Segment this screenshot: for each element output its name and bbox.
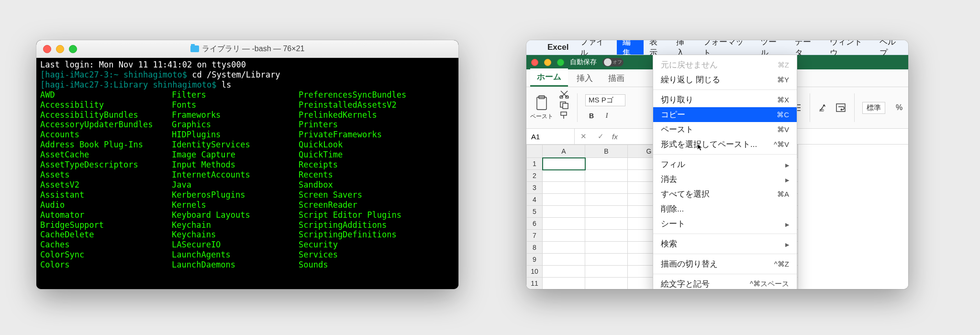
prompt-1: [hagi-iMac27-3:~ shinhagimoto$ (40, 70, 192, 79)
menu-ヘルプ[interactable]: ヘルプ (874, 40, 908, 55)
menu-item-コピー[interactable]: コピー⌘C (653, 107, 797, 122)
row-header[interactable]: 7 (527, 230, 543, 242)
menu-挿入[interactable]: 挿入 (670, 40, 697, 55)
autosave-toggle[interactable]: オフ (602, 58, 624, 67)
menu-item-消去[interactable]: 消去 (653, 172, 797, 187)
menu-データ[interactable]: データ (789, 40, 824, 55)
paste-label: ペースト (530, 112, 553, 121)
number-format-select[interactable]: 標準 (862, 102, 885, 114)
row-header[interactable]: 3 (527, 182, 543, 194)
cell[interactable] (585, 182, 628, 194)
row-header[interactable]: 4 (527, 194, 543, 206)
col-header[interactable]: B (585, 145, 628, 158)
cell[interactable] (585, 194, 628, 206)
row-header[interactable]: 8 (527, 242, 543, 254)
minimize-button[interactable] (544, 59, 551, 66)
ribbon-tab-ホーム[interactable]: ホーム (530, 68, 568, 87)
menu-ファイル[interactable]: ファイル (574, 40, 616, 55)
close-button[interactable] (43, 45, 51, 53)
svg-rect-0 (537, 97, 546, 110)
cell[interactable] (585, 278, 628, 290)
menu-item-削除...[interactable]: 削除... (653, 201, 797, 216)
cell[interactable] (585, 170, 628, 182)
cell[interactable] (585, 230, 628, 242)
cell[interactable] (543, 182, 585, 194)
menu-item-すべてを選択[interactable]: すべてを選択⌘A (653, 187, 797, 201)
row-header[interactable]: 10 (527, 266, 543, 278)
app-menu[interactable]: Excel (542, 40, 574, 55)
menu-ツール[interactable]: ツール (755, 40, 789, 55)
menu-編集[interactable]: 編集 (617, 40, 644, 55)
terminal-title: ライブラリ — -bash — 76×21 (202, 44, 305, 54)
menu-表示[interactable]: 表示 (644, 40, 670, 55)
prompt-2: [hagi-iMac27-3:Library shinhagimoto$ (40, 80, 222, 89)
menu-item-検索[interactable]: 検索 (653, 236, 797, 251)
row-header[interactable]: 2 (527, 170, 543, 182)
cell[interactable] (585, 158, 628, 170)
cell[interactable] (585, 242, 628, 254)
menu-item-絵文字と記号[interactable]: 絵文字と記号^⌘スペース (653, 277, 797, 289)
row-header[interactable]: 11 (527, 278, 543, 290)
cell[interactable] (585, 266, 628, 278)
row-header[interactable]: 9 (527, 254, 543, 266)
orientation-icon[interactable]: ab (818, 102, 829, 113)
cell[interactable] (543, 194, 585, 206)
folder-icon (190, 45, 199, 52)
menu-item-シート[interactable]: シート (653, 216, 797, 231)
bold-button[interactable]: B (585, 110, 598, 122)
svg-rect-6 (561, 112, 567, 115)
format-painter-icon[interactable] (559, 111, 569, 120)
terminal-titlebar: ライブラリ — -bash — 76×21 (36, 40, 458, 58)
menu-item-ペースト[interactable]: ペースト⌘V (653, 122, 797, 137)
cell[interactable] (543, 230, 585, 242)
paste-icon[interactable] (534, 95, 549, 112)
cell[interactable] (543, 218, 585, 230)
menu-item-繰り返し 閉じる[interactable]: 繰り返し 閉じる⌘Y (653, 72, 797, 87)
command-2: ls (222, 80, 231, 89)
name-box[interactable]: A1 (526, 129, 575, 144)
cell[interactable] (543, 158, 585, 170)
menu-item-切り取り[interactable]: 切り取り⌘X (653, 92, 797, 107)
last-login-line: Last login: Mon Nov 11 11:41:02 on ttys0… (40, 60, 246, 69)
terminal-body[interactable]: Last login: Mon Nov 11 11:41:02 on ttys0… (36, 58, 458, 289)
ribbon-tab-描画[interactable]: 描画 (601, 70, 631, 87)
menu-ウィンドウ[interactable]: ウィンドウ (824, 40, 874, 55)
cell[interactable] (543, 266, 585, 278)
zoom-button[interactable] (69, 45, 77, 53)
menu-item-形式を選択してペースト...[interactable]: 形式を選択してペースト...^⌘V (653, 137, 797, 152)
cell[interactable] (543, 170, 585, 182)
clipboard-group: ペースト (530, 95, 553, 121)
command-1: cd /System/Library (192, 70, 280, 79)
minimize-button[interactable] (56, 45, 64, 53)
cell[interactable] (543, 254, 585, 266)
close-button[interactable] (531, 59, 538, 66)
cancel-formula-icon[interactable]: ✕ (575, 132, 592, 141)
zoom-button[interactable] (557, 59, 564, 66)
cell[interactable] (585, 254, 628, 266)
font-select[interactable]: MS Pゴ (585, 94, 625, 106)
ls-output: AWD Accessibility AccessibilityBundles A… (40, 90, 455, 270)
menu-item-フィル[interactable]: フィル (653, 157, 797, 172)
fx-label[interactable]: fx (609, 133, 618, 141)
copy-icon[interactable] (559, 100, 569, 109)
menu-item-元に戻せません: 元に戻せません⌘Z (653, 57, 797, 72)
ribbon-tab-挿入[interactable]: 挿入 (570, 70, 600, 87)
cell[interactable] (543, 206, 585, 218)
menu-item-描画の切り替え[interactable]: 描画の切り替え^⌘Z (653, 257, 797, 271)
row-header[interactable]: 1 (527, 158, 543, 170)
percent-icon[interactable]: % (894, 103, 904, 112)
cursor-icon (697, 144, 704, 151)
cell[interactable] (585, 206, 628, 218)
row-header[interactable]: 5 (527, 206, 543, 218)
svg-text:ab: ab (819, 108, 824, 112)
col-header[interactable]: A (543, 145, 585, 158)
cut-icon[interactable] (559, 90, 569, 99)
wrap-text-icon[interactable] (835, 102, 846, 113)
confirm-formula-icon[interactable]: ✓ (592, 132, 609, 141)
italic-button[interactable]: I (601, 110, 613, 122)
menu-フォーマット[interactable]: フォーマット (697, 40, 755, 55)
cell[interactable] (585, 218, 628, 230)
cell[interactable] (543, 242, 585, 254)
cell[interactable] (543, 278, 585, 290)
row-header[interactable]: 6 (527, 218, 543, 230)
